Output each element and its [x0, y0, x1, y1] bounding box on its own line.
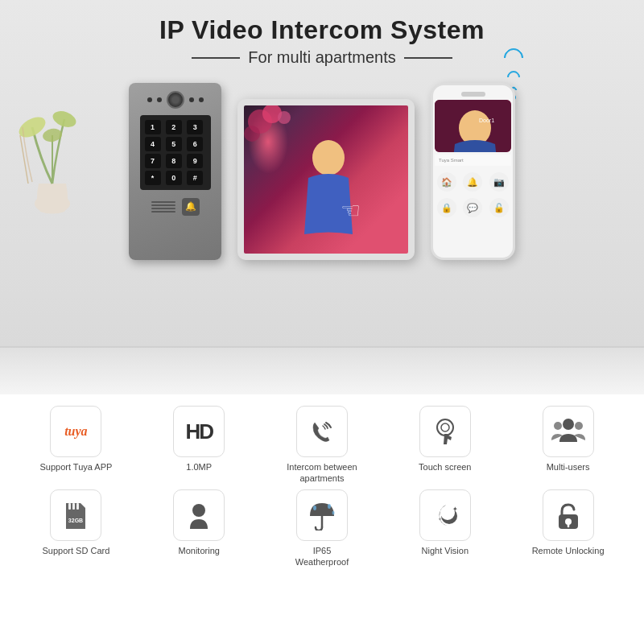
led-dot-1 [147, 97, 152, 102]
phone-status-bar: Tuya Smart [435, 155, 511, 166]
monitor-screen: ☜ [244, 105, 408, 254]
night-vision-icon-box: ✦ ✦ [419, 489, 471, 541]
svg-point-24 [313, 506, 316, 510]
feature-intercom: Intercom between apartments [262, 406, 382, 485]
hd-text: HD [185, 419, 213, 444]
monitoring-icon-box [173, 489, 225, 541]
svg-point-7 [278, 111, 291, 124]
products-display: 123456789*0# 🔔 [16, 83, 628, 260]
svg-point-17 [575, 422, 583, 430]
feature-label-weatherproof: IP65 Weatherproof [286, 545, 358, 568]
feature-label-sd-card: Support SD Card [43, 545, 110, 556]
doorbell-button[interactable]: 🔔 [182, 198, 200, 216]
svg-point-16 [554, 422, 562, 430]
phone-icon-call[interactable]: 📷 [489, 172, 509, 192]
keypad-key-#[interactable]: # [187, 171, 203, 185]
feature-multi-users: Multi-users [508, 406, 628, 485]
keypad-key-4[interactable]: 4 [145, 137, 161, 151]
led-dot-3 [189, 97, 194, 102]
feature-touch-screen: Touch screen [385, 406, 505, 485]
top-section: IP Video Intercom System For multi apart… [0, 0, 644, 394]
features-grid: tuya Support Tuya APP HD 1.0MP [16, 406, 628, 568]
feature-label-hd: 1.0MP [186, 461, 212, 473]
plant-decoration [16, 55, 89, 216]
svg-rect-19 [72, 503, 75, 510]
page-wrapper: IP Video Intercom System For multi apart… [0, 0, 644, 644]
keypad-key-6[interactable]: 6 [187, 137, 203, 151]
door-camera [167, 91, 184, 109]
night-vision-icon: ✦ ✦ [430, 500, 460, 530]
phone-controls-grid: 🏠 🔔 📷 🔒 💬 🔓 [437, 172, 510, 217]
touch-icon [430, 416, 460, 447]
led-dot-2 [157, 97, 162, 102]
feature-hd: HD 1.0MP [139, 406, 259, 485]
svg-text:✦: ✦ [452, 506, 458, 513]
svg-point-14 [441, 423, 449, 431]
multi-users-icon-box [543, 406, 594, 457]
svg-text:✦: ✦ [438, 517, 442, 522]
sd-card-icon: 32GB [61, 500, 90, 530]
feature-tuya-app: tuya Support Tuya APP [16, 406, 136, 485]
keypad-key-0[interactable]: 0 [166, 171, 182, 185]
page-title: IP Video Intercom System [159, 14, 485, 45]
feature-label-night-vision: Night Vision [422, 545, 469, 556]
feature-remote-unlocking: Remote Unlocking [508, 489, 628, 568]
keypad-key-2[interactable]: 2 [166, 120, 182, 134]
svg-point-6 [244, 126, 260, 142]
multi-users-icon [551, 416, 585, 447]
keypad-key-7[interactable]: 7 [145, 154, 161, 168]
keypad-key-3[interactable]: 3 [187, 120, 203, 134]
keypad-key-9[interactable]: 9 [187, 154, 203, 168]
svg-text:☜: ☜ [341, 198, 361, 223]
camera-row [147, 91, 204, 109]
keypad-key-*[interactable]: * [145, 171, 161, 185]
feature-night-vision: ✦ ✦ Night Vision [385, 489, 505, 568]
keypad-key-5[interactable]: 5 [166, 137, 182, 151]
svg-text:Door1: Door1 [479, 118, 494, 123]
svg-point-15 [563, 419, 574, 430]
monitor-tablet: ☜ [237, 99, 415, 260]
svg-point-2 [51, 109, 78, 130]
feature-label-intercom: Intercom between apartments [286, 461, 358, 485]
wifi-arc-large [500, 44, 527, 72]
phone-icon-lock[interactable]: 🔒 [437, 198, 456, 217]
led-dot-4 [199, 97, 204, 102]
sd-card-icon-box: 32GB [50, 489, 101, 541]
feature-label-touch: Touch screen [419, 461, 471, 473]
keypad-key-1[interactable]: 1 [145, 120, 161, 134]
speaker-grille [151, 196, 175, 217]
phone-icon-talk[interactable]: 💬 [463, 198, 482, 217]
feature-label-tuya: Support Tuya APP [39, 461, 112, 473]
phone-icon-bell[interactable]: 🔔 [463, 172, 482, 192]
features-section: tuya Support Tuya APP HD 1.0MP [0, 394, 644, 644]
phone-screen-image: Door1 [435, 100, 511, 152]
svg-rect-18 [68, 503, 71, 510]
umbrella-icon [307, 500, 337, 530]
phone-app-label: Tuya Smart [439, 158, 464, 163]
page-subtitle: For multi apartments [192, 48, 452, 67]
phone-icon-unlock[interactable]: 🔓 [489, 198, 509, 217]
door-intercom-panel: 123456789*0# 🔔 [129, 83, 221, 260]
svg-point-25 [328, 504, 331, 509]
monitoring-icon [184, 500, 214, 530]
phone-notch [461, 92, 485, 97]
table-surface [0, 346, 644, 394]
smartphone: Door1 Tuya Smart 🏠 🔔 📷 🔒 💬 🔓 [431, 83, 515, 260]
feature-label-remote-unlocking: Remote Unlocking [532, 545, 605, 556]
feature-sd-card: 32GB Support SD Card [16, 489, 136, 568]
touch-screen-icon-box [419, 406, 471, 457]
svg-point-22 [192, 504, 205, 517]
phone-icon-home[interactable]: 🏠 [437, 172, 456, 192]
numeric-keypad: 123456789*0# [140, 115, 211, 190]
phone-screen-top: Door1 [435, 100, 511, 152]
svg-point-26 [332, 510, 334, 514]
tuya-icon-box: tuya [50, 406, 101, 457]
svg-rect-20 [76, 503, 79, 510]
unlock-icon [554, 500, 583, 530]
svg-text:32GB: 32GB [68, 518, 83, 523]
svg-point-13 [437, 419, 453, 436]
hd-icon-box: HD [173, 406, 225, 457]
weatherproof-icon-box [296, 489, 348, 541]
remote-unlocking-icon-box [543, 489, 594, 541]
keypad-key-8[interactable]: 8 [166, 154, 182, 168]
